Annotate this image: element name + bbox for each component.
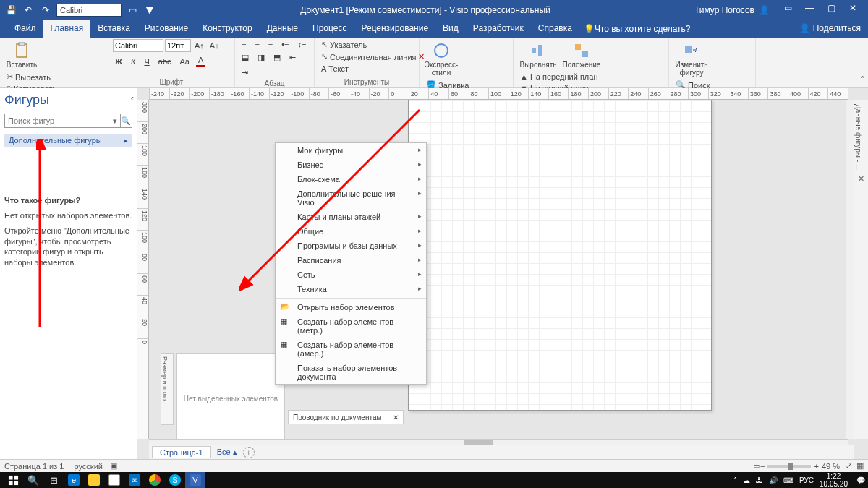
pointer-tool-button[interactable]: ↖ Указатель: [319, 39, 414, 50]
menu-item-create_m[interactable]: Создать набор элементов (метр.)▦: [276, 314, 426, 338]
taskbar-app-mail[interactable]: ✉: [124, 472, 145, 488]
valign-bot-button[interactable]: ⬒: [271, 52, 283, 63]
notifications-icon[interactable]: 💬: [856, 476, 865, 484]
case-button[interactable]: Aa: [178, 56, 192, 67]
position-button[interactable]: Положение: [561, 39, 602, 69]
add-page-button[interactable]: +: [243, 447, 255, 458]
taskbar-app-edge[interactable]: e: [64, 472, 84, 488]
indent-inc-button[interactable]: ⇥: [239, 67, 250, 78]
font-grow-button[interactable]: A↑: [192, 40, 206, 51]
presentation-mode-icon[interactable]: ▭: [753, 461, 760, 471]
align-left-button[interactable]: ≡: [239, 39, 248, 49]
maximize-button[interactable]: ▢: [820, 3, 842, 17]
tell-me-search[interactable]: 💡 Что вы хотите сделать?: [584, 20, 691, 38]
collapse-ribbon-button[interactable]: ˄: [861, 75, 865, 85]
font-family-select[interactable]: [113, 39, 163, 52]
qat-more-icon[interactable]: ⯆: [143, 4, 156, 17]
vertical-scrollbar[interactable]: [846, 100, 854, 439]
tab-review[interactable]: Рецензирование: [354, 20, 435, 38]
undo-icon[interactable]: ↶: [22, 4, 35, 17]
task-view-button[interactable]: ⊞: [43, 472, 64, 488]
tab-file[interactable]: Файл: [7, 20, 43, 38]
input-lang[interactable]: РУС: [799, 476, 814, 484]
page-tab[interactable]: Страница-1: [152, 446, 211, 458]
tab-process[interactable]: Процесс: [305, 20, 354, 38]
menu-item-create_a[interactable]: Создать набор элементов (амер.)▦: [276, 338, 426, 361]
indent-dec-button[interactable]: ⇤: [287, 52, 298, 63]
search-icon[interactable]: 🔍: [120, 114, 132, 127]
menu-item-open[interactable]: Открыть набор элементов📂: [276, 300, 426, 314]
connector-tool-button[interactable]: ⤡ Соединительная линия ✕: [319, 51, 414, 62]
bring-front-button[interactable]: ▲ На передний план: [518, 72, 600, 82]
line-spacing-button[interactable]: ↕≡: [296, 39, 309, 49]
clock[interactable]: 1:2210.05.20: [820, 472, 851, 488]
drawing-page[interactable]: [408, 100, 712, 411]
font-shrink-button[interactable]: A↓: [208, 40, 221, 51]
shapes-search[interactable]: ▾ 🔍: [4, 114, 132, 128]
user-info[interactable]: Тимур Погосов 👤: [694, 5, 770, 15]
express-styles-button[interactable]: Экспресс-стили: [424, 39, 459, 77]
system-tray[interactable]: ˄ ☁ 🖧 🔊 ⌨ РУС 1:2210.05.20 💬: [733, 472, 865, 488]
volume-icon[interactable]: 🔊: [769, 476, 778, 484]
fit-window-icon[interactable]: ⤢: [846, 461, 852, 471]
tab-design[interactable]: Конструктор: [195, 20, 259, 38]
underline-button[interactable]: Ч: [142, 56, 151, 67]
onedrive-icon[interactable]: ☁: [743, 476, 750, 484]
tray-expand-icon[interactable]: ˄: [733, 476, 737, 484]
italic-button[interactable]: К: [129, 56, 137, 67]
shapes-pane-collapse-icon[interactable]: ‹: [131, 93, 134, 103]
macro-record-icon[interactable]: ▣: [110, 461, 117, 471]
taskbar-app-chrome[interactable]: [145, 472, 165, 488]
search-dropdown-icon[interactable]: ▾: [111, 114, 120, 127]
document-explorer-box[interactable]: Проводник по документам✕: [288, 410, 404, 424]
qat-font-box[interactable]: [56, 4, 122, 17]
close-icon[interactable]: ✕: [854, 174, 868, 184]
close-button[interactable]: ✕: [842, 3, 864, 17]
valign-mid-button[interactable]: ◨: [255, 52, 267, 63]
all-pages-button[interactable]: Все ▴: [217, 448, 237, 457]
pan-zoom-icon[interactable]: ▦: [856, 461, 864, 471]
font-color-button[interactable]: A: [196, 55, 205, 67]
taskbar-app-explorer[interactable]: [84, 472, 104, 488]
paste-button[interactable]: Вставить: [4, 39, 39, 69]
zoom-value[interactable]: 49 %: [822, 462, 840, 471]
shapes-search-input[interactable]: [5, 114, 111, 127]
align-right-button[interactable]: ≡: [266, 39, 275, 49]
close-icon[interactable]: ✕: [393, 414, 399, 421]
align-center-button[interactable]: ≡: [252, 39, 261, 49]
tab-view[interactable]: Вид: [435, 20, 466, 38]
ribbon-options-icon[interactable]: ▭: [777, 3, 799, 17]
redo-icon[interactable]: ↷: [39, 4, 52, 17]
strike-button[interactable]: abc: [156, 56, 174, 67]
shape-data-sidebar[interactable]: Данные фигуры - ... ✕: [854, 100, 868, 439]
bullets-button[interactable]: •≡: [279, 39, 291, 49]
align-button[interactable]: Выровнять: [518, 39, 558, 69]
minimize-button[interactable]: —: [799, 3, 820, 17]
zoom-in-icon[interactable]: +: [814, 462, 818, 471]
menu-item-show[interactable]: Показать набор элементов документа: [276, 361, 426, 384]
cut-button[interactable]: ✂ Вырезать: [4, 72, 90, 82]
ime-icon[interactable]: ⌨: [783, 476, 793, 484]
taskbar-app-visio[interactable]: V: [185, 472, 205, 488]
touch-mode-icon[interactable]: ▭: [126, 4, 139, 17]
share-button[interactable]: 👤 Поделиться: [792, 20, 868, 38]
search-button[interactable]: 🔍: [23, 472, 43, 488]
save-icon[interactable]: 💾: [4, 4, 17, 17]
zoom-slider[interactable]: [767, 465, 811, 468]
network-icon[interactable]: 🖧: [756, 476, 763, 484]
change-shape-button[interactable]: Изменить фигуру: [673, 39, 710, 77]
tab-home[interactable]: Главная: [43, 20, 91, 38]
tab-help[interactable]: Справка: [531, 20, 579, 38]
taskbar-app-skype[interactable]: S: [165, 472, 185, 488]
tab-data[interactable]: Данные: [260, 20, 305, 38]
size-position-pane[interactable]: Размер и поло...: [161, 353, 174, 425]
zoom-control[interactable]: − + 49 %: [760, 462, 840, 471]
text-tool-button[interactable]: A Текст: [319, 64, 414, 74]
tab-insert[interactable]: Вставка: [90, 20, 137, 38]
taskbar-app-store[interactable]: [104, 472, 124, 488]
font-size-select[interactable]: [165, 39, 191, 52]
bold-button[interactable]: Ж: [113, 56, 124, 67]
zoom-out-icon[interactable]: −: [760, 462, 765, 471]
valign-top-button[interactable]: ⬓: [239, 52, 251, 63]
tab-draw[interactable]: Рисование: [137, 20, 195, 38]
